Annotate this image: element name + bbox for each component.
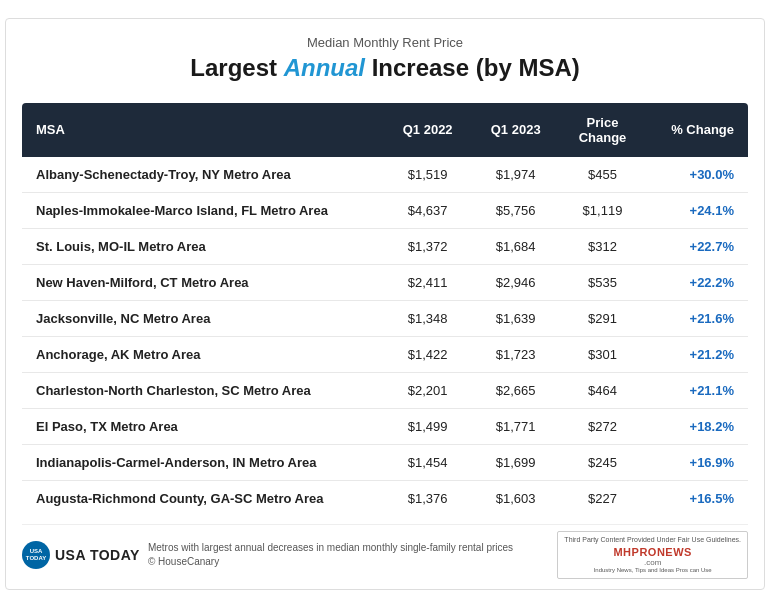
cell-q1-2022: $1,454 (384, 444, 472, 480)
cell-pct-change: +21.1% (645, 372, 748, 408)
title-post: Increase (by MSA) (365, 54, 580, 81)
usa-today-icon: USATODAY (22, 541, 50, 569)
cell-pct-change: +30.0% (645, 157, 748, 193)
cell-q1-2022: $2,201 (384, 372, 472, 408)
main-container: Median Monthly Rent Price Largest Annual… (5, 18, 765, 590)
cell-pct-change: +18.2% (645, 408, 748, 444)
usa-today-logo: USATODAY USA TODAY (22, 541, 140, 569)
mhpro-name: MHPRONEWS (613, 546, 691, 558)
header-section: Median Monthly Rent Price Largest Annual… (6, 19, 764, 93)
table-row: Indianapolis-Carmel-Anderson, IN Metro A… (22, 444, 748, 480)
cell-price-change: $464 (560, 372, 646, 408)
cell-q1-2022: $1,499 (384, 408, 472, 444)
table-row: Jacksonville, NC Metro Area$1,348$1,639$… (22, 300, 748, 336)
mhpro-tagline: Industry News, Tips and Ideas Pros can U… (594, 567, 712, 574)
col-header-pct-change: % Change (645, 103, 748, 157)
cell-msa: El Paso, TX Metro Area (22, 408, 384, 444)
title-pre: Largest (190, 54, 283, 81)
cell-price-change: $227 (560, 480, 646, 516)
cell-q1-2023: $2,665 (472, 372, 560, 408)
cell-q1-2023: $1,974 (472, 157, 560, 193)
cell-price-change: $535 (560, 264, 646, 300)
cell-price-change: $301 (560, 336, 646, 372)
cell-price-change: $1,119 (560, 192, 646, 228)
cell-price-change: $291 (560, 300, 646, 336)
mhpro-top-text: Third Party Content Provided Under Fair … (564, 536, 741, 544)
main-title: Largest Annual Increase (by MSA) (26, 54, 744, 83)
footer-section: USATODAY USA TODAY Metros with largest a… (22, 524, 748, 580)
cell-pct-change: +16.9% (645, 444, 748, 480)
table-row: Albany-Schenectady-Troy, NY Metro Area$1… (22, 157, 748, 193)
footer-left: USATODAY USA TODAY Metros with largest a… (22, 541, 513, 569)
col-header-q1-2022: Q1 2022 (384, 103, 472, 157)
cell-q1-2022: $1,348 (384, 300, 472, 336)
cell-pct-change: +24.1% (645, 192, 748, 228)
cell-q1-2023: $1,639 (472, 300, 560, 336)
cell-price-change: $272 (560, 408, 646, 444)
cell-price-change: $312 (560, 228, 646, 264)
mhpro-dot: .com (644, 558, 661, 567)
table-header-row: MSA Q1 2022 Q1 2023 PriceChange % Change (22, 103, 748, 157)
cell-msa: Charleston-North Charleston, SC Metro Ar… (22, 372, 384, 408)
cell-msa: Anchorage, AK Metro Area (22, 336, 384, 372)
cell-q1-2022: $4,637 (384, 192, 472, 228)
cell-msa: Albany-Schenectady-Troy, NY Metro Area (22, 157, 384, 193)
table-row: Naples-Immokalee-Marco Island, FL Metro … (22, 192, 748, 228)
cell-msa: St. Louis, MO-IL Metro Area (22, 228, 384, 264)
col-header-msa: MSA (22, 103, 384, 157)
cell-q1-2022: $1,372 (384, 228, 472, 264)
table-row: Charleston-North Charleston, SC Metro Ar… (22, 372, 748, 408)
col-header-price-change: PriceChange (560, 103, 646, 157)
cell-q1-2022: $2,411 (384, 264, 472, 300)
table-row: New Haven-Milford, CT Metro Area$2,411$2… (22, 264, 748, 300)
footer-footnote: Metros with largest annual decreases in … (148, 541, 513, 569)
mhpronews-logo: Third Party Content Provided Under Fair … (557, 531, 748, 580)
cell-q1-2023: $1,699 (472, 444, 560, 480)
usa-today-label: USA TODAY (55, 547, 140, 563)
title-annual: Annual (284, 54, 365, 81)
cell-pct-change: +21.2% (645, 336, 748, 372)
cell-q1-2023: $5,756 (472, 192, 560, 228)
table-row: Anchorage, AK Metro Area$1,422$1,723$301… (22, 336, 748, 372)
cell-pct-change: +21.6% (645, 300, 748, 336)
cell-msa: Jacksonville, NC Metro Area (22, 300, 384, 336)
data-table-wrapper: MSA Q1 2022 Q1 2023 PriceChange % Change… (22, 103, 748, 516)
cell-msa: New Haven-Milford, CT Metro Area (22, 264, 384, 300)
footnote-line2: © HouseCanary (148, 556, 219, 567)
mhpro-brand: MHPRONEWS .com (613, 546, 691, 567)
cell-q1-2022: $1,519 (384, 157, 472, 193)
cell-price-change: $455 (560, 157, 646, 193)
cell-q1-2023: $1,723 (472, 336, 560, 372)
cell-pct-change: +22.2% (645, 264, 748, 300)
cell-q1-2023: $1,684 (472, 228, 560, 264)
table-row: Augusta-Richmond County, GA-SC Metro Are… (22, 480, 748, 516)
table-row: St. Louis, MO-IL Metro Area$1,372$1,684$… (22, 228, 748, 264)
cell-q1-2023: $2,946 (472, 264, 560, 300)
cell-pct-change: +16.5% (645, 480, 748, 516)
cell-msa: Augusta-Richmond County, GA-SC Metro Are… (22, 480, 384, 516)
cell-price-change: $245 (560, 444, 646, 480)
cell-msa: Indianapolis-Carmel-Anderson, IN Metro A… (22, 444, 384, 480)
cell-q1-2022: $1,376 (384, 480, 472, 516)
cell-q1-2022: $1,422 (384, 336, 472, 372)
cell-q1-2023: $1,603 (472, 480, 560, 516)
table-row: El Paso, TX Metro Area$1,499$1,771$272+1… (22, 408, 748, 444)
subtitle: Median Monthly Rent Price (26, 35, 744, 50)
cell-pct-change: +22.7% (645, 228, 748, 264)
col-header-q1-2023: Q1 2023 (472, 103, 560, 157)
data-table: MSA Q1 2022 Q1 2023 PriceChange % Change… (22, 103, 748, 516)
cell-msa: Naples-Immokalee-Marco Island, FL Metro … (22, 192, 384, 228)
cell-q1-2023: $1,771 (472, 408, 560, 444)
footnote-line1: Metros with largest annual decreases in … (148, 542, 513, 553)
